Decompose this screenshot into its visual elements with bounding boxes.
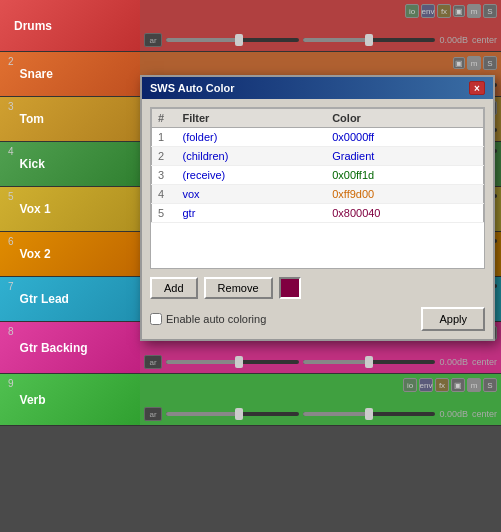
table-row[interactable]: 2 (children) Gradient <box>152 147 484 166</box>
filter-table: # Filter Color 1 (folder) 0x0000ff 2 (ch… <box>151 108 484 223</box>
row-filter: (folder) <box>177 128 327 147</box>
color-swatch[interactable] <box>279 277 301 299</box>
add-button[interactable]: Add <box>150 277 198 299</box>
row-color: Gradient <box>326 147 483 166</box>
table-header-row: # Filter Color <box>152 109 484 128</box>
table-row[interactable]: 3 (receive) 0x00ff1d <box>152 166 484 185</box>
row-filter: (children) <box>177 147 327 166</box>
filter-table-container: # Filter Color 1 (folder) 0x0000ff 2 (ch… <box>150 107 485 269</box>
enable-auto-coloring-checkbox[interactable] <box>150 313 162 325</box>
row-color: 0x00ff1d <box>326 166 483 185</box>
dialog-body: # Filter Color 1 (folder) 0x0000ff 2 (ch… <box>142 99 493 339</box>
row-num: 1 <box>152 128 177 147</box>
sws-auto-color-dialog: SWS Auto Color × # Filter Color <box>140 75 495 341</box>
row-filter: vox <box>177 185 327 204</box>
row-color: 0x800040 <box>326 204 483 223</box>
enable-auto-coloring-text: Enable auto coloring <box>166 313 266 325</box>
row-num: 5 <box>152 204 177 223</box>
row-num: 3 <box>152 166 177 185</box>
table-row[interactable]: 5 gtr 0x800040 <box>152 204 484 223</box>
apply-button[interactable]: Apply <box>421 307 485 331</box>
col-header-filter: Filter <box>177 109 327 128</box>
row-num: 4 <box>152 185 177 204</box>
table-row[interactable]: 1 (folder) 0x0000ff <box>152 128 484 147</box>
dialog-footer: Enable auto coloring Apply <box>150 307 485 331</box>
row-filter: gtr <box>177 204 327 223</box>
filter-table-scroll[interactable]: # Filter Color 1 (folder) 0x0000ff 2 (ch… <box>151 108 484 268</box>
dialog-buttons-row: Add Remove <box>150 277 485 299</box>
dialog-overlay: SWS Auto Color × # Filter Color <box>0 0 501 532</box>
row-color: 0x0000ff <box>326 128 483 147</box>
dialog-title: SWS Auto Color <box>150 82 235 94</box>
row-num: 2 <box>152 147 177 166</box>
dialog-titlebar: SWS Auto Color × <box>142 77 493 99</box>
enable-auto-coloring-label[interactable]: Enable auto coloring <box>150 313 266 325</box>
table-row[interactable]: 4 vox 0xff9d00 <box>152 185 484 204</box>
row-color: 0xff9d00 <box>326 185 483 204</box>
col-header-num: # <box>152 109 177 128</box>
col-header-color: Color <box>326 109 483 128</box>
row-filter: (receive) <box>177 166 327 185</box>
dialog-close-button[interactable]: × <box>469 81 485 95</box>
remove-button[interactable]: Remove <box>204 277 273 299</box>
